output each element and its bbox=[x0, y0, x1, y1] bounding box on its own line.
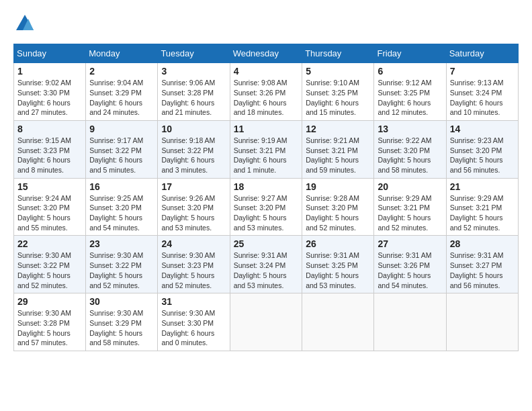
weekday-sunday: Sunday bbox=[14, 44, 86, 63]
weekday-tuesday: Tuesday bbox=[158, 44, 230, 63]
calendar-table: SundayMondayTuesdayWednesdayThursdayFrid… bbox=[13, 44, 519, 351]
calendar-cell: 26Sunrise: 9:31 AMSunset: 3:25 PMDayligh… bbox=[302, 236, 374, 293]
calendar-cell: 27Sunrise: 9:31 AMSunset: 3:26 PMDayligh… bbox=[374, 236, 446, 293]
calendar-cell: 2Sunrise: 9:04 AMSunset: 3:29 PMDaylight… bbox=[86, 63, 158, 121]
day-number: 31 bbox=[161, 296, 226, 307]
day-info: Sunrise: 9:08 AMSunset: 3:26 PMDaylight:… bbox=[234, 78, 299, 118]
calendar-cell: 13Sunrise: 9:22 AMSunset: 3:20 PMDayligh… bbox=[374, 120, 446, 178]
weekday-saturday: Saturday bbox=[446, 44, 518, 63]
day-number: 11 bbox=[234, 124, 299, 134]
day-info: Sunrise: 9:25 AMSunset: 3:20 PMDaylight:… bbox=[89, 193, 154, 233]
day-info: Sunrise: 9:22 AMSunset: 3:20 PMDaylight:… bbox=[378, 136, 442, 175]
day-info: Sunrise: 9:29 AMSunset: 3:21 PMDaylight:… bbox=[378, 193, 442, 233]
day-info: Sunrise: 9:29 AMSunset: 3:21 PMDaylight:… bbox=[450, 193, 515, 233]
day-info: Sunrise: 9:13 AMSunset: 3:24 PMDaylight:… bbox=[450, 78, 515, 118]
day-info: Sunrise: 9:31 AMSunset: 3:26 PMDaylight:… bbox=[378, 250, 442, 290]
day-info: Sunrise: 9:26 AMSunset: 3:20 PMDaylight:… bbox=[161, 193, 226, 233]
calendar-cell: 14Sunrise: 9:23 AMSunset: 3:20 PMDayligh… bbox=[446, 120, 518, 178]
calendar-body: 1Sunrise: 9:02 AMSunset: 3:30 PMDaylight… bbox=[14, 63, 519, 351]
day-number: 19 bbox=[306, 181, 370, 192]
calendar-cell: 23Sunrise: 9:30 AMSunset: 3:22 PMDayligh… bbox=[86, 236, 158, 293]
calendar-cell: 9Sunrise: 9:17 AMSunset: 3:22 PMDaylight… bbox=[86, 120, 158, 178]
calendar-cell bbox=[230, 293, 302, 351]
day-info: Sunrise: 9:24 AMSunset: 3:20 PMDaylight:… bbox=[17, 193, 82, 233]
calendar-cell: 5Sunrise: 9:10 AMSunset: 3:25 PMDaylight… bbox=[302, 63, 374, 121]
day-info: Sunrise: 9:10 AMSunset: 3:25 PMDaylight:… bbox=[306, 78, 370, 118]
page-header bbox=[13, 13, 519, 37]
day-number: 7 bbox=[450, 66, 515, 77]
logo bbox=[13, 13, 35, 37]
day-info: Sunrise: 9:30 AMSunset: 3:22 PMDaylight:… bbox=[89, 250, 154, 290]
weekday-wednesday: Wednesday bbox=[230, 44, 302, 63]
day-number: 5 bbox=[306, 66, 370, 77]
day-info: Sunrise: 9:31 AMSunset: 3:24 PMDaylight:… bbox=[234, 250, 299, 290]
calendar-cell: 25Sunrise: 9:31 AMSunset: 3:24 PMDayligh… bbox=[230, 236, 302, 293]
day-number: 26 bbox=[306, 238, 370, 249]
weekday-friday: Friday bbox=[374, 44, 446, 63]
day-number: 12 bbox=[306, 124, 370, 134]
day-number: 30 bbox=[89, 296, 154, 307]
day-info: Sunrise: 9:06 AMSunset: 3:28 PMDaylight:… bbox=[161, 78, 226, 118]
calendar-cell: 17Sunrise: 9:26 AMSunset: 3:20 PMDayligh… bbox=[158, 178, 230, 236]
day-number: 3 bbox=[161, 66, 226, 77]
calendar-cell: 1Sunrise: 9:02 AMSunset: 3:30 PMDaylight… bbox=[14, 63, 86, 121]
calendar-cell: 20Sunrise: 9:29 AMSunset: 3:21 PMDayligh… bbox=[374, 178, 446, 236]
day-number: 20 bbox=[378, 181, 442, 192]
day-info: Sunrise: 9:23 AMSunset: 3:20 PMDaylight:… bbox=[450, 136, 515, 175]
day-number: 14 bbox=[450, 124, 515, 134]
day-info: Sunrise: 9:30 AMSunset: 3:30 PMDaylight:… bbox=[161, 308, 226, 348]
day-info: Sunrise: 9:28 AMSunset: 3:20 PMDaylight:… bbox=[306, 193, 370, 233]
day-info: Sunrise: 9:27 AMSunset: 3:20 PMDaylight:… bbox=[234, 193, 299, 233]
day-info: Sunrise: 9:30 AMSunset: 3:28 PMDaylight:… bbox=[17, 308, 82, 348]
calendar-cell: 12Sunrise: 9:21 AMSunset: 3:21 PMDayligh… bbox=[302, 120, 374, 178]
calendar-cell: 19Sunrise: 9:28 AMSunset: 3:20 PMDayligh… bbox=[302, 178, 374, 236]
calendar-cell bbox=[374, 293, 446, 351]
weekday-header-row: SundayMondayTuesdayWednesdayThursdayFrid… bbox=[14, 44, 519, 63]
day-number: 2 bbox=[89, 66, 154, 77]
day-info: Sunrise: 9:18 AMSunset: 3:22 PMDaylight:… bbox=[161, 136, 226, 175]
calendar-cell: 29Sunrise: 9:30 AMSunset: 3:28 PMDayligh… bbox=[14, 293, 86, 351]
day-number: 13 bbox=[378, 124, 442, 134]
day-number: 24 bbox=[161, 238, 226, 249]
day-number: 8 bbox=[17, 124, 82, 134]
day-info: Sunrise: 9:21 AMSunset: 3:21 PMDaylight:… bbox=[306, 136, 370, 175]
day-info: Sunrise: 9:17 AMSunset: 3:22 PMDaylight:… bbox=[89, 136, 154, 175]
logo-icon bbox=[15, 13, 35, 34]
day-number: 10 bbox=[161, 124, 226, 134]
day-number: 9 bbox=[89, 124, 154, 134]
calendar-cell: 11Sunrise: 9:19 AMSunset: 3:21 PMDayligh… bbox=[230, 120, 302, 178]
calendar-cell: 31Sunrise: 9:30 AMSunset: 3:30 PMDayligh… bbox=[158, 293, 230, 351]
day-number: 6 bbox=[378, 66, 442, 77]
calendar-cell: 21Sunrise: 9:29 AMSunset: 3:21 PMDayligh… bbox=[446, 178, 518, 236]
day-number: 27 bbox=[378, 238, 442, 249]
day-number: 17 bbox=[161, 181, 226, 192]
weekday-thursday: Thursday bbox=[302, 44, 374, 63]
day-info: Sunrise: 9:31 AMSunset: 3:27 PMDaylight:… bbox=[450, 250, 515, 290]
day-number: 16 bbox=[89, 181, 154, 192]
week-row-2: 8Sunrise: 9:15 AMSunset: 3:23 PMDaylight… bbox=[14, 120, 519, 178]
day-number: 18 bbox=[234, 181, 299, 192]
day-number: 22 bbox=[17, 238, 82, 249]
day-info: Sunrise: 9:12 AMSunset: 3:25 PMDaylight:… bbox=[378, 78, 442, 118]
day-number: 15 bbox=[17, 181, 82, 192]
calendar-cell: 30Sunrise: 9:30 AMSunset: 3:29 PMDayligh… bbox=[86, 293, 158, 351]
calendar-cell: 22Sunrise: 9:30 AMSunset: 3:22 PMDayligh… bbox=[14, 236, 86, 293]
day-number: 1 bbox=[17, 66, 82, 77]
day-info: Sunrise: 9:30 AMSunset: 3:22 PMDaylight:… bbox=[17, 250, 82, 290]
week-row-5: 29Sunrise: 9:30 AMSunset: 3:28 PMDayligh… bbox=[14, 293, 519, 351]
calendar-cell: 8Sunrise: 9:15 AMSunset: 3:23 PMDaylight… bbox=[14, 120, 86, 178]
calendar-cell: 6Sunrise: 9:12 AMSunset: 3:25 PMDaylight… bbox=[374, 63, 446, 121]
weekday-monday: Monday bbox=[86, 44, 158, 63]
week-row-1: 1Sunrise: 9:02 AMSunset: 3:30 PMDaylight… bbox=[14, 63, 519, 121]
calendar-cell: 10Sunrise: 9:18 AMSunset: 3:22 PMDayligh… bbox=[158, 120, 230, 178]
calendar-cell: 4Sunrise: 9:08 AMSunset: 3:26 PMDaylight… bbox=[230, 63, 302, 121]
calendar-cell: 18Sunrise: 9:27 AMSunset: 3:20 PMDayligh… bbox=[230, 178, 302, 236]
calendar-cell: 28Sunrise: 9:31 AMSunset: 3:27 PMDayligh… bbox=[446, 236, 518, 293]
day-number: 23 bbox=[89, 238, 154, 249]
calendar-cell: 3Sunrise: 9:06 AMSunset: 3:28 PMDaylight… bbox=[158, 63, 230, 121]
day-number: 25 bbox=[234, 238, 299, 249]
day-info: Sunrise: 9:30 AMSunset: 3:29 PMDaylight:… bbox=[89, 308, 154, 348]
day-number: 28 bbox=[450, 238, 515, 249]
day-info: Sunrise: 9:30 AMSunset: 3:23 PMDaylight:… bbox=[161, 250, 226, 290]
day-info: Sunrise: 9:04 AMSunset: 3:29 PMDaylight:… bbox=[89, 78, 154, 118]
